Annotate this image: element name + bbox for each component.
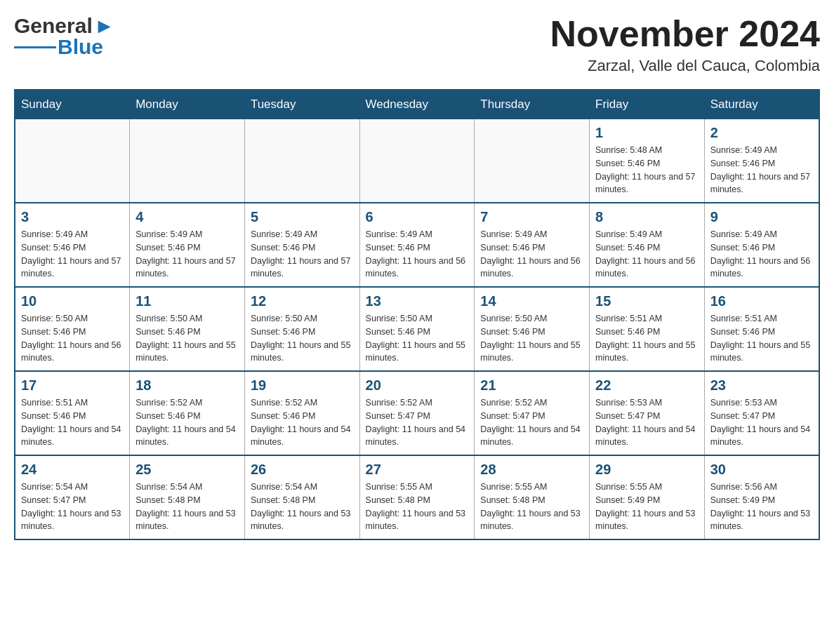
day-number: 13 [366,293,469,309]
calendar-header-row: Sunday Monday Tuesday Wednesday Thursday… [15,90,819,119]
table-row: 10Sunrise: 5:50 AMSunset: 5:46 PMDayligh… [15,287,130,371]
day-number: 29 [595,462,699,478]
day-number: 23 [710,377,813,394]
day-info: Sunrise: 5:54 AMSunset: 5:47 PMDaylight:… [21,481,124,533]
table-row: 5Sunrise: 5:49 AMSunset: 5:46 PMDaylight… [244,203,359,287]
header-friday: Friday [590,90,705,119]
table-row: 1Sunrise: 5:48 AMSunset: 5:46 PMDaylight… [590,119,705,203]
day-number: 18 [135,377,239,394]
calendar-week-row: 3Sunrise: 5:49 AMSunset: 5:46 PMDaylight… [15,203,819,287]
day-number: 4 [135,209,239,225]
day-info: Sunrise: 5:49 AMSunset: 5:46 PMDaylight:… [21,228,124,281]
day-number: 5 [251,209,354,225]
table-row: 8Sunrise: 5:49 AMSunset: 5:46 PMDaylight… [590,203,705,287]
logo-triangle-icon: ► [94,14,115,38]
day-info: Sunrise: 5:49 AMSunset: 5:46 PMDaylight:… [135,228,239,281]
day-number: 10 [21,293,124,309]
day-info: Sunrise: 5:50 AMSunset: 5:46 PMDaylight:… [366,312,469,365]
day-number: 28 [480,462,583,478]
table-row: 6Sunrise: 5:49 AMSunset: 5:46 PMDaylight… [359,203,475,287]
day-number: 6 [366,209,469,225]
day-number: 7 [480,209,583,225]
day-info: Sunrise: 5:49 AMSunset: 5:46 PMDaylight:… [710,228,813,281]
day-info: Sunrise: 5:52 AMSunset: 5:47 PMDaylight:… [480,396,583,449]
table-row: 12Sunrise: 5:50 AMSunset: 5:46 PMDayligh… [244,287,359,371]
day-info: Sunrise: 5:51 AMSunset: 5:46 PMDaylight:… [710,312,813,365]
table-row: 25Sunrise: 5:54 AMSunset: 5:48 PMDayligh… [130,455,245,539]
day-number: 17 [21,377,124,394]
table-row: 3Sunrise: 5:49 AMSunset: 5:46 PMDaylight… [15,203,130,287]
day-number: 27 [366,462,469,478]
day-info: Sunrise: 5:49 AMSunset: 5:46 PMDaylight:… [710,144,813,196]
day-info: Sunrise: 5:53 AMSunset: 5:47 PMDaylight:… [595,396,699,449]
calendar-week-row: 17Sunrise: 5:51 AMSunset: 5:46 PMDayligh… [15,371,819,455]
day-number: 19 [251,377,354,394]
calendar-week-row: 24Sunrise: 5:54 AMSunset: 5:47 PMDayligh… [15,455,819,539]
table-row: 15Sunrise: 5:51 AMSunset: 5:46 PMDayligh… [590,287,705,371]
logo-blue: Blue [58,35,103,59]
logo-general: General [14,14,93,38]
calendar-week-row: 1Sunrise: 5:48 AMSunset: 5:46 PMDaylight… [15,119,819,203]
table-row: 7Sunrise: 5:49 AMSunset: 5:46 PMDaylight… [475,203,590,287]
table-row [130,119,245,203]
table-row: 24Sunrise: 5:54 AMSunset: 5:47 PMDayligh… [15,455,130,539]
table-row: 26Sunrise: 5:54 AMSunset: 5:48 PMDayligh… [244,455,359,539]
table-row: 17Sunrise: 5:51 AMSunset: 5:46 PMDayligh… [15,371,130,455]
table-row: 27Sunrise: 5:55 AMSunset: 5:48 PMDayligh… [359,455,475,539]
day-info: Sunrise: 5:51 AMSunset: 5:46 PMDaylight:… [595,312,699,365]
table-row: 9Sunrise: 5:49 AMSunset: 5:46 PMDaylight… [704,203,819,287]
page-header: General ► Blue November 2024 Zarzal, Val… [14,14,820,75]
table-row: 21Sunrise: 5:52 AMSunset: 5:47 PMDayligh… [475,371,590,455]
day-info: Sunrise: 5:53 AMSunset: 5:47 PMDaylight:… [710,396,813,449]
day-info: Sunrise: 5:52 AMSunset: 5:46 PMDaylight:… [135,396,239,449]
day-number: 20 [366,377,469,394]
day-number: 22 [595,377,699,394]
day-number: 1 [595,125,699,141]
table-row: 14Sunrise: 5:50 AMSunset: 5:46 PMDayligh… [475,287,590,371]
table-row: 13Sunrise: 5:50 AMSunset: 5:46 PMDayligh… [359,287,475,371]
day-info: Sunrise: 5:49 AMSunset: 5:46 PMDaylight:… [366,228,469,281]
day-number: 25 [135,462,239,478]
calendar-table: Sunday Monday Tuesday Wednesday Thursday… [14,89,820,540]
table-row: 28Sunrise: 5:55 AMSunset: 5:48 PMDayligh… [475,455,590,539]
day-number: 30 [710,462,813,478]
table-row: 18Sunrise: 5:52 AMSunset: 5:46 PMDayligh… [130,371,245,455]
day-number: 3 [21,209,124,225]
day-info: Sunrise: 5:54 AMSunset: 5:48 PMDaylight:… [251,481,354,533]
day-number: 26 [251,462,354,478]
table-row: 23Sunrise: 5:53 AMSunset: 5:47 PMDayligh… [704,371,819,455]
day-number: 8 [595,209,699,225]
day-info: Sunrise: 5:52 AMSunset: 5:47 PMDaylight:… [366,396,469,449]
day-number: 11 [135,293,239,309]
table-row: 19Sunrise: 5:52 AMSunset: 5:46 PMDayligh… [244,371,359,455]
day-info: Sunrise: 5:54 AMSunset: 5:48 PMDaylight:… [135,481,239,533]
day-number: 9 [710,209,813,225]
day-info: Sunrise: 5:56 AMSunset: 5:49 PMDaylight:… [710,481,813,533]
day-info: Sunrise: 5:50 AMSunset: 5:46 PMDaylight:… [135,312,239,365]
location-subtitle: Zarzal, Valle del Cauca, Colombia [550,57,820,75]
day-info: Sunrise: 5:48 AMSunset: 5:46 PMDaylight:… [595,144,699,196]
day-info: Sunrise: 5:55 AMSunset: 5:49 PMDaylight:… [595,481,699,533]
day-number: 14 [480,293,583,309]
day-info: Sunrise: 5:49 AMSunset: 5:46 PMDaylight:… [251,228,354,281]
table-row [475,119,590,203]
table-row [359,119,475,203]
day-info: Sunrise: 5:49 AMSunset: 5:46 PMDaylight:… [480,228,583,281]
day-info: Sunrise: 5:55 AMSunset: 5:48 PMDaylight:… [480,481,583,533]
table-row: 11Sunrise: 5:50 AMSunset: 5:46 PMDayligh… [130,287,245,371]
day-number: 16 [710,293,813,309]
calendar-week-row: 10Sunrise: 5:50 AMSunset: 5:46 PMDayligh… [15,287,819,371]
day-number: 24 [21,462,124,478]
day-info: Sunrise: 5:55 AMSunset: 5:48 PMDaylight:… [366,481,469,533]
day-number: 12 [251,293,354,309]
table-row: 16Sunrise: 5:51 AMSunset: 5:46 PMDayligh… [704,287,819,371]
table-row: 22Sunrise: 5:53 AMSunset: 5:47 PMDayligh… [590,371,705,455]
table-row [15,119,130,203]
table-row: 4Sunrise: 5:49 AMSunset: 5:46 PMDaylight… [130,203,245,287]
header-tuesday: Tuesday [244,90,359,119]
day-number: 15 [595,293,699,309]
table-row [244,119,359,203]
day-number: 21 [480,377,583,394]
header-monday: Monday [130,90,245,119]
table-row: 29Sunrise: 5:55 AMSunset: 5:49 PMDayligh… [590,455,705,539]
